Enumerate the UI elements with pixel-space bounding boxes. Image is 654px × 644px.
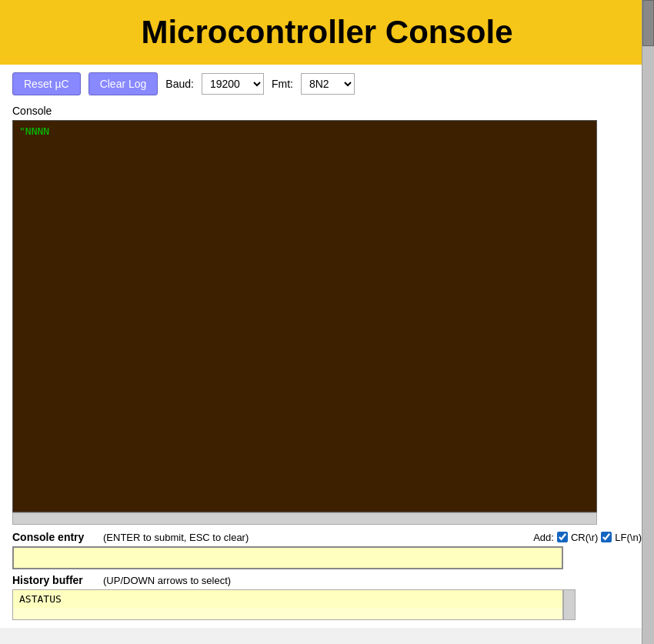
history-row: History buffer (UP/DOWN arrows to select… xyxy=(12,574,642,586)
fmt-select[interactable]: 8N1 8N2 7E1 7O1 xyxy=(301,73,355,95)
entry-label: Console entry xyxy=(12,531,97,543)
header: Microcontroller Console xyxy=(0,0,654,65)
page-scrollbar[interactable] xyxy=(642,0,654,644)
history-list-wrapper: ASTATUS xyxy=(12,589,642,620)
cr-label: CR(\r) xyxy=(571,532,598,543)
history-scrollbar[interactable] xyxy=(563,589,576,620)
scrollbar-thumb[interactable] xyxy=(642,0,654,46)
entry-hint: (ENTER to submit, ESC to clear) xyxy=(103,532,527,543)
cr-checkbox[interactable] xyxy=(557,532,568,542)
list-item[interactable]: ASTATUS xyxy=(13,590,562,608)
list-item[interactable] xyxy=(13,608,562,614)
history-label: History buffer xyxy=(12,574,97,586)
entry-section: Console entry (ENTER to submit, ESC to c… xyxy=(12,531,642,569)
add-label: Add: xyxy=(533,532,554,543)
console-output[interactable]: "NNNN xyxy=(12,120,597,512)
fmt-label: Fmt: xyxy=(272,78,293,90)
console-area-container: "NNNN xyxy=(12,120,642,525)
history-list[interactable]: ASTATUS xyxy=(12,589,563,620)
lf-label: LF(\n) xyxy=(615,532,642,543)
page-title: Microcontroller Console xyxy=(0,14,654,51)
entry-row: Console entry (ENTER to submit, ESC to c… xyxy=(12,531,642,543)
toolbar: Reset µC Clear Log Baud: 300 1200 2400 4… xyxy=(12,72,642,95)
console-label: Console xyxy=(12,105,642,117)
lf-checkbox[interactable] xyxy=(601,532,612,542)
baud-label: Baud: xyxy=(165,78,194,90)
console-row: "NNNN xyxy=(12,120,642,512)
history-section: History buffer (UP/DOWN arrows to select… xyxy=(12,574,642,620)
clear-log-button[interactable]: Clear Log xyxy=(88,72,158,95)
baud-select[interactable]: 300 1200 2400 4800 9600 19200 38400 5760… xyxy=(202,73,264,95)
history-hint: (UP/DOWN arrows to select) xyxy=(103,575,231,586)
console-input[interactable] xyxy=(12,546,563,569)
main-content: Reset µC Clear Log Baud: 300 1200 2400 4… xyxy=(0,65,654,628)
console-scrollbar-x[interactable] xyxy=(12,512,597,525)
reset-button[interactable]: Reset µC xyxy=(12,72,81,95)
add-section: Add: CR(\r) LF(\n) xyxy=(533,532,642,543)
